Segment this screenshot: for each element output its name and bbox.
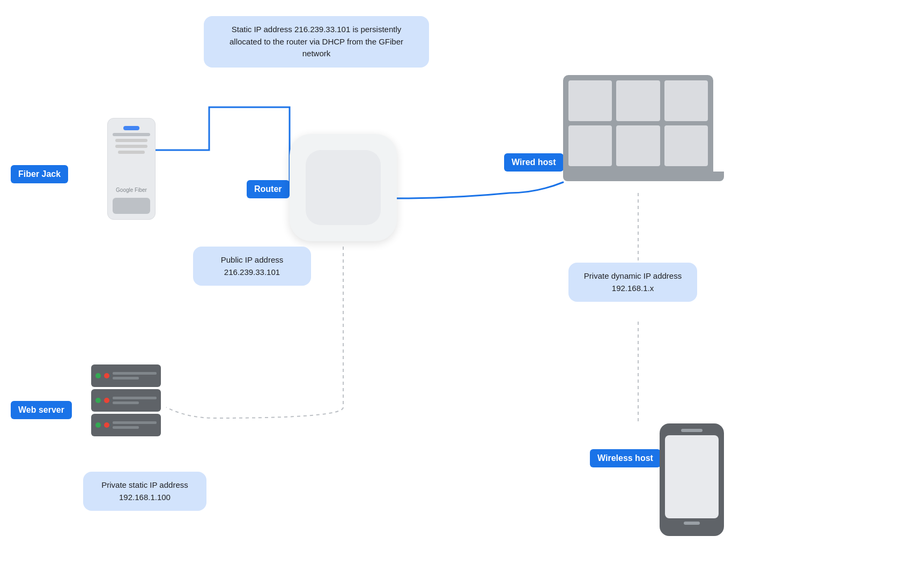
private-dynamic-ip-text: Private dynamic IP address 192.168.1.x <box>584 271 682 293</box>
private-dynamic-ip-bubble: Private dynamic IP address 192.168.1.x <box>568 263 697 302</box>
public-ip-bubble: Public IP address 216.239.33.101 <box>193 247 311 286</box>
static-ip-top-text: Static IP address 216.239.33.101 is pers… <box>230 25 403 58</box>
private-static-ip-bubble: Private static IP address 192.168.1.100 <box>83 472 206 511</box>
phone-device <box>660 423 724 536</box>
router-badge: Router <box>247 180 290 198</box>
wireless-host-badge: Wireless host <box>590 449 661 467</box>
server-device <box>91 364 161 450</box>
private-static-ip-text: Private static IP address 192.168.1.100 <box>101 480 188 502</box>
public-ip-text: Public IP address 216.239.33.101 <box>221 255 283 277</box>
diagram-container: Static IP address 216.239.33.101 is pers… <box>0 0 902 588</box>
web-server-badge: Web server <box>11 401 72 419</box>
wired-host-badge: Wired host <box>504 153 564 172</box>
fiber-jack-badge: Fiber Jack <box>11 165 68 183</box>
fiber-jack-device: Google Fiber <box>107 118 161 225</box>
laptop-device <box>563 75 724 193</box>
static-ip-top-bubble: Static IP address 216.239.33.101 is pers… <box>204 16 429 68</box>
router-device <box>290 134 397 241</box>
